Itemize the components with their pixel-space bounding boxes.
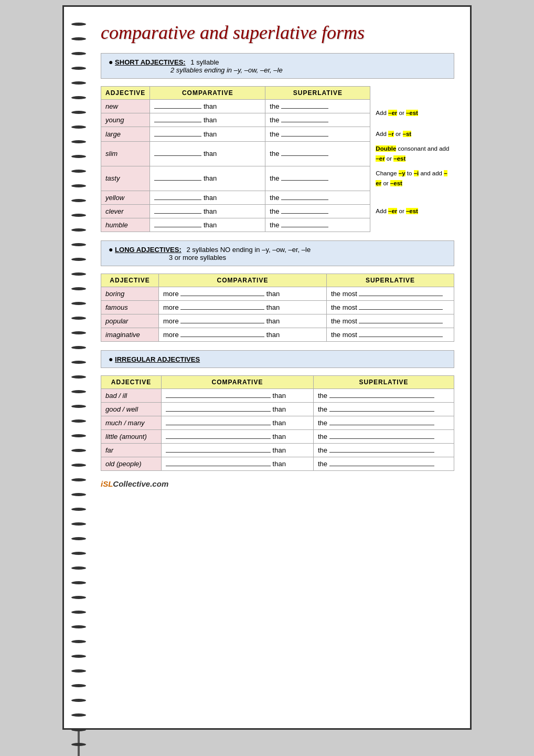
ring <box>71 684 86 687</box>
ring <box>71 125 86 129</box>
ring <box>71 464 86 467</box>
long-adj-label: LONG ADJECTIVES: <box>115 246 181 254</box>
table-row: popular more than the most <box>101 314 454 328</box>
ring <box>71 449 86 452</box>
adj-clever: clever <box>101 204 150 218</box>
ring <box>71 140 86 143</box>
adj-new: new <box>101 99 150 113</box>
adj-young: young <box>101 113 150 127</box>
ring <box>71 699 86 702</box>
col3-header-superlative: SUPERLATIVE <box>314 375 454 388</box>
ring <box>71 23 86 26</box>
long-adj-table: ADJECTIVE COMPARATIVE SUPERLATIVE boring… <box>101 274 454 342</box>
ring <box>71 272 86 276</box>
superl-new: the <box>265 99 370 113</box>
short-adj-desc1: 1 syllable <box>190 58 219 66</box>
short-adj-label: SHORT ADJECTIVES: <box>115 58 186 66</box>
ring <box>71 743 86 746</box>
ring <box>71 375 86 379</box>
ring <box>71 52 86 55</box>
comp-young: than <box>150 113 265 127</box>
comp-little: than <box>162 429 314 443</box>
ring <box>71 669 86 673</box>
ring <box>71 243 86 246</box>
note-er-est-2: Add –er or –est <box>370 191 454 232</box>
ring <box>71 96 86 99</box>
adj-popular: popular <box>101 314 159 328</box>
comp-tasty: than <box>150 166 265 191</box>
ring <box>71 537 86 540</box>
bullet-irregular: ● <box>109 355 113 363</box>
ring <box>71 405 86 408</box>
table-row: much / many than the <box>101 416 454 429</box>
table-row: good / well than the <box>101 402 454 416</box>
ring <box>71 434 86 437</box>
ring <box>71 302 86 305</box>
table-row: old (people) than the <box>101 457 454 470</box>
adj-tasty: tasty <box>101 166 150 191</box>
adj-bad-ill: bad / ill <box>101 388 162 402</box>
superl-far: the <box>314 443 454 457</box>
comp-boring: more than <box>159 287 327 300</box>
superl-popular: the most <box>327 314 454 328</box>
ring <box>71 625 86 628</box>
irregular-adj-label: IRREGULAR ADJECTIVES <box>115 355 200 363</box>
ring <box>71 611 86 614</box>
table-row: far than the <box>101 443 454 457</box>
footer-logo: iSLCollective.com <box>101 479 168 488</box>
ring <box>71 552 86 555</box>
ring <box>71 508 86 511</box>
long-adj-desc2: 3 or more syllables <box>169 254 226 261</box>
col3-header-adjective: ADJECTIVE <box>101 375 162 388</box>
ring <box>71 713 86 717</box>
col-header-comparative: COMPARATIVE <box>150 86 265 99</box>
ring <box>71 596 86 599</box>
table-row: slim than the Double consonant and add –… <box>101 141 455 166</box>
superl-young: the <box>265 113 370 127</box>
ring <box>71 478 86 481</box>
ring <box>71 493 86 496</box>
adj-humble: humble <box>101 218 150 232</box>
ring <box>71 287 86 290</box>
adj-far: far <box>101 443 162 457</box>
comp-bad: than <box>162 388 314 402</box>
adj-imaginative: imaginative <box>101 328 159 341</box>
comp-clever: than <box>150 204 265 218</box>
page-title: comparative and superlative forms <box>101 23 454 44</box>
long-adj-info-box: ● LONG ADJECTIVES: 2 syllables NO ending… <box>101 240 454 266</box>
comp-famous: more than <box>159 300 327 314</box>
ring <box>71 566 86 570</box>
comp-imaginative: more than <box>159 328 327 341</box>
ring <box>71 214 86 217</box>
table-row: large than the Add –r or –st <box>101 127 455 141</box>
bullet-long: ● <box>109 245 113 254</box>
superl-tasty: the <box>265 166 370 191</box>
ring <box>71 361 86 364</box>
adj-boring: boring <box>101 287 159 300</box>
ring <box>71 655 86 658</box>
superl-clever: the <box>265 204 370 218</box>
col-header-adjective: ADJECTIVE <box>101 86 150 99</box>
superl-large: the <box>265 127 370 141</box>
superl-little: the <box>314 429 454 443</box>
short-adj-desc2: 2 syllables ending in –y, –ow, –er, –le <box>170 66 283 74</box>
adj-slim: slim <box>101 141 150 166</box>
comp-popular: more than <box>159 314 327 328</box>
table-row: new than the Add –er or –est <box>101 99 455 113</box>
table-row: bad / ill than the <box>101 388 454 402</box>
ring <box>71 640 86 643</box>
comp-yellow: than <box>150 191 265 204</box>
table-row: yellow than the Add –er or –est <box>101 191 455 204</box>
ring <box>71 317 86 320</box>
superl-bad: the <box>314 388 454 402</box>
comp-far: than <box>162 443 314 457</box>
irregular-adj-table: ADJECTIVE COMPARATIVE SUPERLATIVE bad / … <box>101 375 454 471</box>
table-row: famous more than the most <box>101 300 454 314</box>
superl-boring: the most <box>327 287 454 300</box>
note-change-y: Change –y to –i and add –er or –est <box>370 166 454 191</box>
bullet-short: ● <box>109 58 113 66</box>
ring <box>71 199 86 202</box>
col-header-notes <box>370 86 454 99</box>
adj-much-many: much / many <box>101 416 162 429</box>
ring <box>71 184 86 187</box>
